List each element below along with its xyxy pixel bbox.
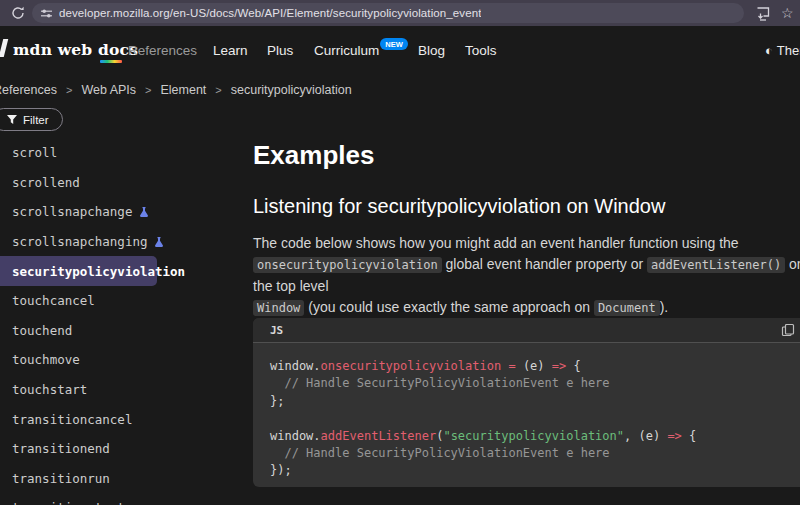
breadcrumb-element[interactable]: Element [160,83,206,97]
nav-blog[interactable]: Blog [418,43,445,58]
bookmark-star-icon[interactable]: ☆ [781,2,794,24]
subsection-title: Listening for securitypolicyviolation on… [253,195,665,218]
filter-label: Filter [23,114,49,126]
nav-tools[interactable]: Tools [465,43,497,58]
experimental-flask-icon [138,206,150,218]
sidebar-item-transitionend[interactable]: transitionend [0,434,250,464]
code-content[interactable]: window.onsecuritypolicyviolation = (e) =… [253,343,800,487]
sidebar-item-touchstart[interactable]: touchstart [0,375,250,405]
intro-paragraph: The code below shows how you might add a… [253,233,800,319]
sidebar-item-scrollend[interactable]: scrollend [0,168,250,198]
nav-curriculum[interactable]: CurriculumNEW [314,43,408,58]
section-title: Examples [253,140,374,171]
sidebar-item-touchend[interactable]: touchend [0,316,250,346]
url-bar[interactable]: developer.mozilla.org/en-US/docs/Web/API… [32,3,744,23]
code-example-header: JS [253,318,800,343]
sidebar-item-transitioncancel[interactable]: transitioncancel [0,404,250,434]
mdn-header: mdn web docs References Learn Plus Curri… [0,26,800,75]
sidebar-item-scroll[interactable]: scroll [0,138,250,168]
copy-icon[interactable] [781,323,795,337]
sidebar-item-scrollsnapchanging[interactable]: scrollsnapchanging [0,227,250,257]
save-to-device-icon[interactable] [755,5,771,21]
sidebar-item-scrollsnapchange[interactable]: scrollsnapchange [0,197,250,227]
theme-toggle[interactable]: ◐Theme [765,43,800,58]
mdn-logo-underscore [100,60,122,63]
breadcrumb-separator: > [66,84,72,96]
mdn-logo-mark [0,39,8,57]
experimental-flask-icon [153,236,165,248]
nav-learn[interactable]: Learn [213,43,248,58]
url-text: developer.mozilla.org/en-US/docs/Web/API… [59,7,481,19]
breadcrumb-web-apis[interactable]: Web APIs [81,83,136,97]
sidebar-event-list: scroll scrollend scrollsnapchange scroll… [0,138,250,505]
sidebar-item-transitionrun[interactable]: transitionrun [0,464,250,494]
sidebar-item-touchmove[interactable]: touchmove [0,345,250,375]
nav-references[interactable]: References [128,43,197,58]
code-language-label: JS [270,324,283,337]
new-badge: NEW [380,38,408,50]
sidebar-item-transitionstart[interactable]: transitionstart [0,493,250,505]
breadcrumb-current-page: securitypolicyviolation [231,83,352,97]
site-permissions-icon[interactable] [40,7,53,20]
breadcrumb-separator: > [145,84,151,96]
nav-plus[interactable]: Plus [267,43,293,58]
funnel-icon [7,115,17,125]
sidebar-item-securitypolicyviolation[interactable]: securitypolicyviolation [0,256,157,286]
browser-toolbar: developer.mozilla.org/en-US/docs/Web/API… [0,0,800,26]
theme-icon: ◐ [765,43,773,58]
sidebar-item-touchcancel[interactable]: touchcancel [0,286,250,316]
breadcrumb: References > Web APIs > Element > securi… [0,75,352,105]
breadcrumb-separator: > [215,84,221,96]
mdn-logo[interactable]: mdn web docs [13,40,138,59]
filter-button[interactable]: Filter [0,108,63,131]
code-example-block: JS window.onsecuritypolicyviolation = (e… [253,318,800,487]
breadcrumb-references[interactable]: References [0,83,57,97]
reload-icon[interactable] [10,5,26,21]
